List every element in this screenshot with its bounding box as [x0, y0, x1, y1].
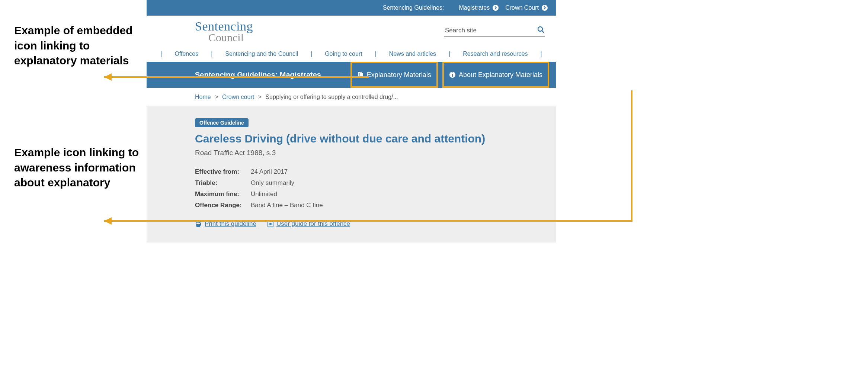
nav-going-to-court[interactable]: Going to court — [317, 51, 371, 57]
guideline-content: Offence Guideline Careless Driving (driv… — [147, 106, 556, 243]
screenshot-panel: Sentencing Guidelines: Magistrates Crown… — [147, 0, 556, 260]
topbar-link-magistrates[interactable]: Magistrates — [459, 4, 499, 11]
nav-separator: | — [206, 51, 217, 57]
top-utility-bar: Sentencing Guidelines: Magistrates Crown… — [147, 0, 556, 16]
svg-rect-10 — [197, 221, 200, 223]
kv-triable-val: Only summarily — [251, 179, 294, 187]
primary-nav: | Offences | Sentencing and the Council … — [147, 47, 556, 62]
kv-triable-key: Triable: — [195, 179, 251, 187]
kv-triable: Triable: Only summarily — [195, 179, 545, 187]
legislation-reference: Road Traffic Act 1988, s.3 — [195, 149, 545, 157]
user-guide-link[interactable]: User guide for this offence — [268, 220, 350, 228]
nav-separator: | — [156, 51, 166, 57]
kv-range-key: Offence Range: — [195, 202, 251, 209]
topbar-link-crowncourt[interactable]: Crown Court — [505, 4, 548, 11]
search-icon[interactable] — [537, 26, 545, 35]
kv-effective-val: 24 April 2017 — [251, 168, 288, 176]
kv-maxfine: Maximum fine: Unlimited — [195, 190, 545, 198]
topbar-link-magistrates-label: Magistrates — [459, 4, 490, 11]
svg-marker-16 — [104, 217, 112, 225]
logo-line1: Sentencing — [195, 20, 253, 33]
nav-sentencing-council[interactable]: Sentencing and the Council — [217, 51, 306, 57]
annotation-explanatory: Example of embedded icon linking to expl… — [14, 23, 152, 68]
nav-separator: | — [536, 51, 547, 57]
nav-research[interactable]: Research and resources — [455, 51, 536, 57]
nav-separator: | — [444, 51, 455, 57]
kv-effective-key: Effective from: — [195, 168, 251, 176]
breadcrumb-current: Supplying or offering to supply a contro… — [265, 94, 398, 100]
svg-line-3 — [542, 31, 544, 33]
site-logo[interactable]: Sentencing Council — [195, 20, 253, 43]
topbar-link-crowncourt-label: Crown Court — [505, 4, 539, 11]
user-guide-label: User guide for this offence — [276, 220, 350, 228]
svg-point-13 — [269, 223, 272, 225]
kv-maxfine-val: Unlimited — [251, 190, 277, 198]
svg-point-0 — [493, 5, 499, 11]
offence-guideline-pill: Offence Guideline — [195, 118, 249, 127]
breadcrumb-separator: > — [256, 94, 264, 100]
kv-effective: Effective from: 24 April 2017 — [195, 168, 545, 176]
context-bar: Sentencing Guidelines: Magistrates Expla… — [147, 62, 556, 88]
search-input[interactable] — [444, 26, 537, 35]
svg-point-1 — [542, 5, 548, 11]
print-guideline-link[interactable]: Print this guideline — [195, 220, 256, 228]
about-explanatory-materials-label: About Explanatory Materials — [459, 71, 542, 79]
site-search[interactable] — [444, 25, 545, 37]
svg-rect-7 — [452, 74, 453, 77]
about-explanatory-materials-button[interactable]: About Explanatory Materials — [442, 62, 549, 88]
chevron-right-icon — [493, 5, 499, 11]
breadcrumb-crown-court[interactable]: Crown court — [222, 94, 254, 100]
breadcrumb-home[interactable]: Home — [195, 94, 211, 100]
breadcrumb: Home > Crown court > Supplying or offeri… — [147, 88, 556, 106]
kv-maxfine-key: Maximum fine: — [195, 190, 251, 198]
nav-news[interactable]: News and articles — [381, 51, 444, 57]
topbar-label: Sentencing Guidelines: — [383, 4, 444, 11]
context-bar-title: Sentencing Guidelines: Magistrates — [195, 71, 321, 79]
annotation-about-explanatory: Example icon linking to awareness inform… — [14, 145, 152, 190]
copy-icon — [357, 71, 364, 78]
breadcrumb-separator: > — [212, 94, 220, 100]
kv-range-val: Band A fine – Band C fine — [251, 202, 323, 209]
document-icon — [268, 221, 273, 227]
kv-range: Offence Range: Band A fine – Band C fine — [195, 202, 545, 209]
offence-title: Careless Driving (drive without due care… — [195, 132, 545, 145]
print-icon — [195, 221, 202, 227]
nav-separator: | — [306, 51, 317, 57]
svg-marker-15 — [104, 73, 112, 81]
svg-rect-8 — [452, 73, 453, 73]
explanatory-materials-button[interactable]: Explanatory Materials — [350, 62, 438, 88]
explanatory-materials-label: Explanatory Materials — [367, 71, 431, 79]
nav-separator: | — [371, 51, 381, 57]
header-row: Sentencing Council — [147, 16, 556, 47]
nav-offences[interactable]: Offences — [166, 51, 206, 57]
chevron-right-icon — [542, 5, 548, 11]
info-icon — [449, 71, 456, 78]
logo-line2: Council — [208, 32, 253, 43]
svg-point-2 — [538, 27, 542, 31]
print-guideline-label: Print this guideline — [205, 220, 256, 228]
svg-rect-5 — [359, 73, 363, 78]
